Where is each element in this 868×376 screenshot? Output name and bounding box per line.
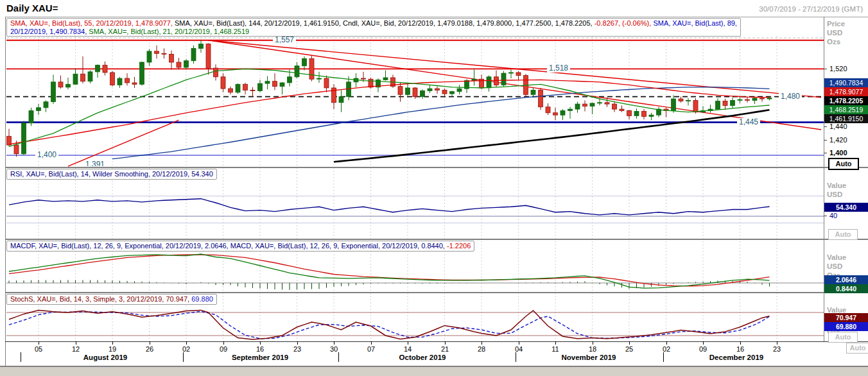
auto-scale-button-stoch[interactable]: Auto	[828, 332, 858, 343]
panel-separator-rsi[interactable]	[5, 167, 868, 168]
x-tick-mark	[740, 341, 741, 345]
price-badge: 1,478.2205	[824, 96, 868, 105]
x-tick-label: 21	[434, 345, 456, 353]
x-tick-mark	[76, 341, 76, 345]
x-tick-label: 04	[508, 345, 530, 353]
x-tick-mark	[223, 341, 224, 345]
price-badge: 1,461.9150	[824, 114, 868, 123]
chart-top-border	[5, 17, 868, 17]
x-tick-label: 11	[544, 345, 566, 353]
window-bottom-margin	[0, 367, 868, 376]
price-badge: 1,478.9077	[824, 87, 868, 96]
x-tick-label: 07	[360, 345, 382, 353]
price-badge: 54.340	[824, 203, 868, 212]
legend-text: SMA, XAU=, Bid(Last), 55, 20/12/2019, 1,…	[10, 19, 175, 27]
auto-scale-button-xaxis[interactable]: Auto	[846, 343, 868, 354]
price-badge: 69.880	[824, 322, 868, 331]
x-tick-label: 05	[28, 345, 49, 353]
legend-text: SMA, XAU=, Bid(Last), 144, 20/12/2019, 1…	[175, 19, 595, 27]
x-tick-mark	[186, 341, 187, 345]
chart-left-border	[5, 17, 6, 367]
x-tick-label: 25	[618, 345, 640, 353]
x-tick-mark	[297, 341, 298, 345]
x-axis-line	[5, 341, 868, 342]
legend-text: StochS, XAU=, Bid, 14, 3, Simple, 3, 20/…	[10, 295, 191, 303]
x-tick-mark	[555, 341, 556, 345]
month-separator	[663, 352, 664, 362]
axis-tick-mark	[824, 126, 827, 127]
x-tick-mark	[777, 341, 777, 345]
x-tick-label: 02	[175, 345, 197, 353]
legend-text: MACDF, XAU=, Bid(Last), 12, 26, 9, Expon…	[10, 242, 447, 250]
month-label: December 2019	[688, 354, 785, 361]
x-tick-mark	[39, 341, 39, 345]
legend-stoch[interactable]: StochS, XAU=, Bid, 14, 3, Simple, 3, 20/…	[6, 294, 217, 305]
month-separator	[21, 352, 21, 362]
x-tick-label: 09	[692, 345, 714, 353]
x-tick-label: 26	[139, 345, 161, 353]
legend-text: 20/12/2019, 1,490.7834,	[10, 28, 89, 35]
x-tick-mark	[593, 341, 593, 345]
price-badge: 0.8440	[824, 284, 868, 293]
legend-text: 69.880	[191, 295, 213, 303]
x-tick-label: 12	[65, 345, 87, 353]
x-tick-mark	[260, 341, 261, 345]
legend-text: SMA, XAU=, Bid(Last), 21, 20/12/2019, 1,…	[89, 28, 249, 35]
month-label: August 2019	[57, 354, 153, 361]
month-label: September 2019	[212, 354, 308, 361]
panel-separator-macd[interactable]	[5, 239, 868, 240]
x-tick-mark	[482, 341, 482, 345]
x-tick-mark	[519, 341, 519, 345]
x-tick-label: 23	[286, 345, 308, 353]
axis-tick-main: 1,420	[829, 136, 847, 144]
legend-text: SMA, XAU=, Bid(Last), 89,	[653, 19, 737, 27]
x-tick-label: 23	[766, 345, 788, 353]
legend-text: -1.2206	[447, 242, 471, 250]
x-tick-label: 16	[729, 345, 751, 353]
x-tick-mark	[445, 341, 446, 345]
x-tick-label: 16	[249, 345, 271, 353]
panel-separator-stoch[interactable]	[5, 292, 868, 293]
legend-text: -0.8267, (-0.06%),	[595, 19, 654, 27]
x-tick-mark	[629, 341, 630, 345]
x-tick-mark	[408, 341, 408, 345]
axis-tick-mark	[824, 140, 827, 141]
axis-tick-main: 1,400	[829, 149, 847, 157]
month-label: October 2019	[374, 354, 471, 361]
chart-window: Daily XAU= 30/07/2019 - 27/12/2019 (GMT)…	[0, 0, 868, 376]
x-tick-label: 19	[101, 345, 123, 353]
chart-canvas[interactable]	[0, 0, 868, 376]
price-badge: 1,490.7834	[824, 78, 868, 87]
x-tick-label: 09	[213, 345, 234, 353]
auto-scale-button-main[interactable]: Auto	[828, 158, 859, 170]
price-badge: 2.0646	[824, 275, 868, 284]
x-tick-mark	[112, 341, 113, 345]
x-tick-mark	[371, 341, 372, 345]
axis-tick-main: 1,440	[829, 123, 847, 130]
legend-macd[interactable]: MACDF, XAU=, Bid(Last), 12, 26, 9, Expon…	[6, 241, 474, 252]
axis-header-rsi: ValueUSD	[827, 181, 846, 199]
x-tick-mark	[150, 341, 150, 345]
month-separator	[183, 352, 184, 362]
auto-scale-button-rsi[interactable]: Auto	[828, 229, 858, 240]
x-tick-label: 14	[397, 345, 419, 353]
price-badge: 70.947	[824, 313, 868, 322]
price-badge: 1,468.2519	[824, 105, 868, 114]
month-label: November 2019	[541, 354, 637, 361]
legend-main-panel[interactable]: SMA, XAU=, Bid(Last), 55, 20/12/2019, 1,…	[6, 18, 741, 37]
axis-tick-main: 1,520	[829, 65, 847, 73]
x-tick-label: 02	[655, 345, 677, 353]
axis-tick-mark	[824, 69, 827, 69]
axis-tick-mark	[824, 216, 827, 216]
legend-rsi[interactable]: RSI, XAU=, Bid(Last), 14, Wilder Smoothi…	[6, 169, 217, 180]
month-separator	[338, 352, 339, 362]
x-tick-mark	[703, 341, 704, 345]
axis-header-main: PriceUSDOzs	[827, 19, 845, 46]
axis-tick-mark	[824, 153, 827, 153]
x-tick-label: 30	[323, 345, 345, 353]
legend-text: RSI, XAU=, Bid(Last), 14, Wilder Smoothi…	[10, 170, 213, 178]
x-tick-label: 28	[471, 345, 492, 353]
x-tick-mark	[334, 341, 334, 345]
axis-tick-rsi: 40	[829, 212, 837, 219]
x-tick-label: 18	[582, 345, 603, 353]
